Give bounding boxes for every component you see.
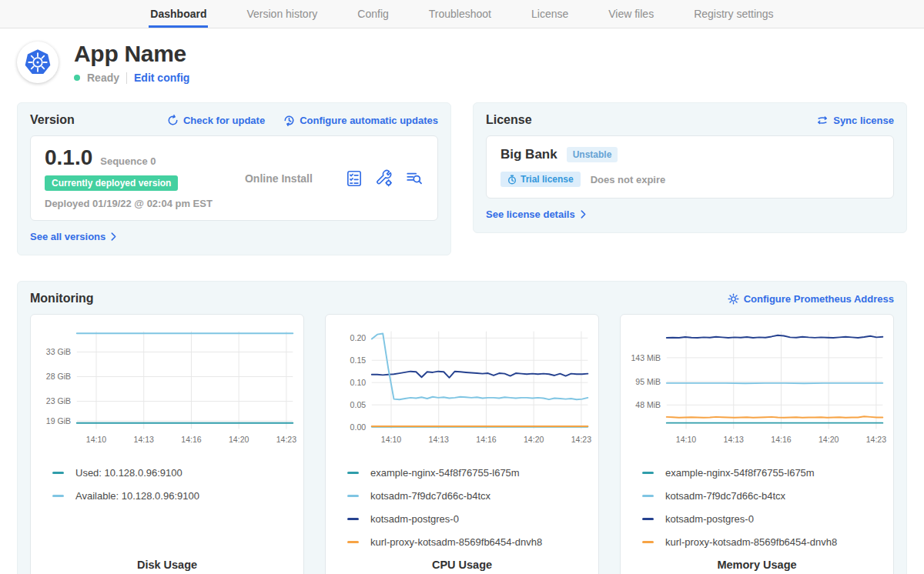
check-for-update-link[interactable]: Check for update	[167, 115, 265, 126]
deployed-timestamp: Deployed 01/19/22 @ 02:04 pm EST	[45, 198, 213, 209]
tab-registry-settings[interactable]: Registry settings	[692, 0, 775, 28]
svg-text:14:10: 14:10	[381, 435, 402, 444]
legend-label: kotsadm-postgres-0	[370, 513, 459, 525]
tab-dashboard[interactable]: Dashboard	[149, 0, 208, 28]
svg-text:14:10: 14:10	[86, 435, 107, 444]
memory-usage-plot: 14:1014:1314:1614:2014:23143 MiB95 MiB48…	[625, 324, 889, 449]
tab-version-history[interactable]: Version history	[245, 0, 319, 28]
legend-item: example-nginx-54f8f76755-l675m	[347, 456, 594, 479]
sync-license-link[interactable]: Sync license	[816, 115, 894, 126]
legend-item: Used: 10.128.0.96:9100	[52, 456, 299, 479]
legend-label: kotsadm-7f9dc7d66c-b4tcx	[370, 490, 490, 502]
legend-item: kurl-proxy-kotsadm-8569fb6454-dnvh8	[642, 525, 889, 548]
legend-label: kurl-proxy-kotsadm-8569fb6454-dnvh8	[370, 536, 542, 548]
svg-text:14:13: 14:13	[134, 435, 155, 444]
legend-label: example-nginx-54f8f76755-l675m	[665, 467, 815, 479]
legend-swatch	[642, 495, 654, 497]
svg-text:14:23: 14:23	[276, 435, 297, 444]
see-all-versions-label: See all versions	[30, 231, 105, 242]
legend-label: example-nginx-54f8f76755-l675m	[370, 467, 520, 479]
tab-troubleshoot[interactable]: Troubleshoot	[427, 0, 493, 28]
svg-text:14:20: 14:20	[819, 435, 839, 444]
svg-text:14:16: 14:16	[476, 435, 497, 444]
license-card-title: License	[486, 113, 532, 127]
channel-badge: Unstable	[567, 147, 618, 162]
configure-auto-updates-label: Configure automatic updates	[300, 115, 438, 126]
chevron-right-icon	[581, 210, 586, 219]
memory-usage-title: Memory Usage	[625, 548, 889, 571]
svg-text:14:13: 14:13	[724, 435, 745, 444]
see-license-details-link[interactable]: See license details	[486, 209, 586, 220]
trial-license-badge: Trial license	[500, 172, 581, 187]
clock-refresh-icon	[283, 115, 295, 126]
top-nav: DashboardVersion historyConfigTroublesho…	[0, 0, 924, 28]
legend-swatch	[642, 518, 654, 520]
check-for-update-label: Check for update	[183, 115, 265, 126]
divider	[126, 72, 127, 84]
configure-prometheus-label: Configure Prometheus Address	[744, 293, 894, 305]
view-logs-icon[interactable]	[405, 169, 424, 188]
deployed-badge: Currently deployed version	[45, 175, 178, 191]
disk-usage-chart-card: 14:1014:1314:1614:2014:2333 GiB28 GiB23 …	[30, 314, 304, 574]
tab-view-files[interactable]: View files	[607, 0, 655, 28]
legend-item: kotsadm-postgres-0	[347, 502, 594, 525]
legend-item: Available: 10.128.0.96:9100	[52, 479, 299, 502]
memory-usage-chart-card: 14:1014:1314:1614:2014:23143 MiB95 MiB48…	[620, 314, 894, 574]
cpu-usage-plot: 14:1014:1314:1614:2014:230.200.150.100.0…	[330, 324, 594, 449]
version-card-title: Version	[30, 113, 75, 127]
legend-label: kotsadm-7f9dc7d66c-b4tcx	[665, 490, 785, 502]
version-number: 0.1.0	[45, 147, 92, 169]
disk-usage-title: Disk Usage	[35, 548, 299, 571]
trial-license-label: Trial license	[521, 174, 574, 185]
edit-config-link[interactable]: Edit config	[134, 72, 189, 84]
gear-icon	[728, 293, 739, 305]
memory-usage-legend: example-nginx-54f8f76755-l675mkotsadm-7f…	[625, 456, 889, 548]
tab-license[interactable]: License	[530, 0, 570, 28]
monitoring-title: Monitoring	[30, 292, 94, 305]
svg-text:14:16: 14:16	[181, 435, 202, 444]
cpu-usage-chart-card: 14:1014:1314:1614:2014:230.200.150.100.0…	[325, 314, 599, 574]
svg-text:143 MiB: 143 MiB	[631, 353, 661, 362]
tab-config[interactable]: Config	[356, 0, 390, 28]
charts-row: 14:1014:1314:1614:2014:2333 GiB28 GiB23 …	[30, 314, 894, 574]
see-license-details-label: See license details	[486, 209, 575, 220]
page-title: App Name	[74, 41, 189, 67]
legend-swatch	[52, 495, 64, 497]
chevron-right-icon	[111, 232, 116, 241]
legend-item: kotsadm-7f9dc7d66c-b4tcx	[347, 479, 594, 502]
preflight-checks-icon[interactable]	[345, 169, 363, 188]
svg-text:19 GiB: 19 GiB	[46, 416, 71, 425]
svg-text:0.15: 0.15	[350, 355, 367, 365]
cpu-usage-title: CPU Usage	[330, 548, 594, 571]
nav-tabs: DashboardVersion historyConfigTroublesho…	[149, 0, 775, 28]
svg-text:14:16: 14:16	[771, 435, 792, 444]
svg-text:23 GiB: 23 GiB	[46, 396, 71, 405]
legend-swatch	[347, 541, 359, 543]
summary-cards-row: Version Check for update Configure au	[0, 102, 924, 255]
svg-text:14:20: 14:20	[524, 435, 544, 444]
cpu-usage-legend: example-nginx-54f8f76755-l675mkotsadm-7f…	[330, 456, 594, 548]
license-card: License Sync license Big Bank Unstable	[473, 102, 907, 233]
monitoring-section: Monitoring Configure Prometheus Address …	[17, 281, 907, 574]
configure-auto-updates-link[interactable]: Configure automatic updates	[283, 115, 438, 126]
refresh-icon	[167, 115, 179, 126]
customer-name: Big Bank	[500, 147, 557, 162]
legend-swatch	[642, 472, 654, 474]
expiry-text: Does not expire	[591, 174, 666, 185]
disk-usage-plot: 14:1014:1314:1614:2014:2333 GiB28 GiB23 …	[35, 324, 299, 449]
sequence-label: Sequence 0	[100, 155, 156, 167]
svg-text:14:13: 14:13	[429, 435, 450, 444]
config-wrench-icon[interactable]	[375, 169, 393, 188]
legend-label: kotsadm-postgres-0	[665, 513, 754, 525]
svg-text:48 MiB: 48 MiB	[635, 400, 661, 409]
install-type-label: Online Install	[213, 172, 345, 185]
svg-text:33 GiB: 33 GiB	[46, 347, 71, 356]
configure-prometheus-link[interactable]: Configure Prometheus Address	[728, 293, 894, 305]
legend-swatch	[347, 472, 359, 474]
legend-swatch	[52, 472, 64, 474]
legend-label: kurl-proxy-kotsadm-8569fb6454-dnvh8	[665, 536, 837, 548]
legend-label: Used: 10.128.0.96:9100	[75, 467, 182, 479]
see-all-versions-link[interactable]: See all versions	[30, 231, 116, 242]
app-status: Ready	[87, 72, 119, 84]
current-version-panel: 0.1.0 Sequence 0 Currently deployed vers…	[30, 135, 438, 221]
